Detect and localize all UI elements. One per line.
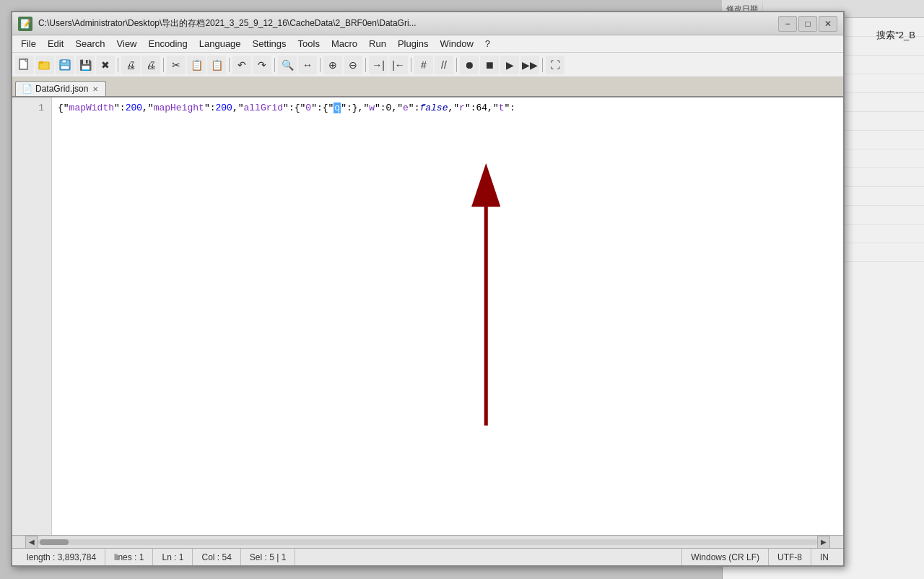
search-label: 搜索"2_B: [876, 29, 915, 42]
menu-window[interactable]: Window: [435, 37, 479, 51]
tab-datagrid-json[interactable]: 📄 DataGrid.json ✕: [15, 81, 106, 96]
replace-button[interactable]: ↔: [298, 56, 317, 74]
minimize-button[interactable]: −: [778, 16, 797, 32]
window-controls: − □ ✕: [778, 16, 837, 32]
menu-search[interactable]: Search: [69, 37, 110, 51]
tab-icon: 📄: [22, 84, 32, 94]
menu-plugins[interactable]: Plugins: [392, 37, 435, 51]
status-spacer: [295, 549, 682, 565]
svg-rect-7: [61, 66, 69, 69]
scrollbar-track[interactable]: [38, 539, 817, 545]
status-ln: Ln : 1: [153, 549, 193, 565]
status-col: Col : 54: [193, 549, 240, 565]
window-title: C:\Users\Administrator\Desktop\导出的存档2021…: [38, 17, 778, 30]
open-brace: {": [58, 103, 69, 113]
editor-area[interactable]: 1 {"mapWidth":200,"mapHeight":200,"allGr…: [12, 97, 843, 535]
status-lines: lines : 1: [105, 549, 153, 565]
tab-close-button[interactable]: ✕: [91, 84, 100, 94]
toolbar-sep-8: [456, 58, 457, 72]
menu-tools[interactable]: Tools: [292, 37, 326, 51]
menu-view[interactable]: View: [111, 37, 143, 51]
code-line-1: {"mapWidth":200,"mapHeight":200,"allGrid…: [58, 100, 837, 115]
toolbar: 💾 ✖ 🖨 🖨 ✂ 📋 📋 ↶ ↷ 🔍 ↔ ⊕ ⊖ →| |← # // ⏺ ⏹…: [12, 53, 843, 77]
toolbar-sep-2: [163, 58, 164, 72]
close-doc-button[interactable]: ✖: [96, 56, 115, 74]
app-icon: 📝: [18, 17, 32, 31]
status-mode: IN: [811, 549, 837, 565]
svg-rect-0: [19, 59, 27, 69]
status-sel: Sel : 5 | 1: [241, 549, 295, 565]
toolbar-sep-4: [274, 58, 275, 72]
line-number-1: 1: [15, 100, 48, 115]
print-button[interactable]: 🖨: [141, 56, 160, 74]
zoom-out-button[interactable]: ⊖: [344, 56, 362, 74]
print-preview-button[interactable]: 🖨: [121, 56, 140, 74]
toolbar-sep-7: [411, 58, 411, 72]
stream-comment-button[interactable]: //: [435, 56, 453, 74]
new-file-button[interactable]: [15, 56, 34, 74]
menu-language[interactable]: Language: [193, 37, 247, 51]
zoom-in-button[interactable]: ⊕: [323, 56, 342, 74]
toolbar-sep-6: [365, 58, 366, 72]
maximize-button[interactable]: □: [798, 16, 817, 32]
macro-stop-button[interactable]: ⏹: [480, 56, 499, 74]
highlighted-text: q: [334, 103, 341, 113]
menu-edit[interactable]: Edit: [42, 37, 69, 51]
toolbar-sep-5: [320, 58, 321, 72]
line-numbers: 1: [12, 97, 52, 535]
toolbar-sep-9: [542, 58, 543, 72]
status-line-ending: Windows (CR LF): [682, 549, 769, 565]
menu-encoding[interactable]: Encoding: [143, 37, 193, 51]
menu-bar: File Edit Search View Encoding Language …: [12, 35, 843, 53]
tab-bar: 📄 DataGrid.json ✕: [12, 77, 843, 97]
scrollbar-thumb[interactable]: [40, 539, 69, 545]
tab-label: DataGrid.json: [35, 84, 88, 94]
menu-settings[interactable]: Settings: [247, 37, 292, 51]
toolbar-sep-1: [118, 58, 118, 72]
svg-rect-6: [62, 60, 66, 63]
fullscreen-button[interactable]: ⛶: [546, 56, 565, 74]
svg-rect-4: [39, 61, 43, 64]
paste-button[interactable]: 📋: [207, 56, 226, 74]
scroll-left-button[interactable]: ◀: [25, 536, 38, 549]
status-encoding: UTF-8: [769, 549, 811, 565]
macro-record-button[interactable]: ⏺: [460, 56, 479, 74]
indent-button[interactable]: →|: [369, 56, 388, 74]
scroll-right-button[interactable]: ▶: [817, 536, 830, 549]
save-all-button[interactable]: 💾: [76, 56, 95, 74]
status-length: length : 3,893,784: [18, 549, 105, 565]
find-button[interactable]: 🔍: [278, 56, 297, 74]
close-button[interactable]: ✕: [819, 16, 837, 32]
status-bar: length : 3,893,784 lines : 1 Ln : 1 Col …: [12, 548, 843, 565]
menu-file[interactable]: File: [15, 37, 42, 51]
outdent-button[interactable]: |←: [389, 56, 408, 74]
code-editor[interactable]: {"mapWidth":200,"mapHeight":200,"allGrid…: [52, 97, 843, 535]
cut-button[interactable]: ✂: [167, 56, 186, 74]
undo-button[interactable]: ↶: [232, 56, 251, 74]
notepadpp-window: 📝 C:\Users\Administrator\Desktop\导出的存档20…: [11, 11, 845, 567]
macro-play-button[interactable]: ▶: [500, 56, 519, 74]
open-file-button[interactable]: [35, 56, 54, 74]
title-bar: 📝 C:\Users\Administrator\Desktop\导出的存档20…: [12, 12, 843, 35]
run-macro-multiple-button[interactable]: ▶▶: [520, 56, 539, 74]
redo-button[interactable]: ↷: [253, 56, 271, 74]
menu-run[interactable]: Run: [363, 37, 392, 51]
save-file-button[interactable]: [56, 56, 74, 74]
toolbar-sep-3: [229, 58, 230, 72]
menu-help[interactable]: ?: [479, 37, 496, 51]
copy-button[interactable]: 📋: [187, 56, 206, 74]
menu-macro[interactable]: Macro: [326, 37, 363, 51]
horizontal-scrollbar[interactable]: ◀ ▶: [12, 535, 843, 548]
block-comment-button[interactable]: #: [414, 56, 433, 74]
